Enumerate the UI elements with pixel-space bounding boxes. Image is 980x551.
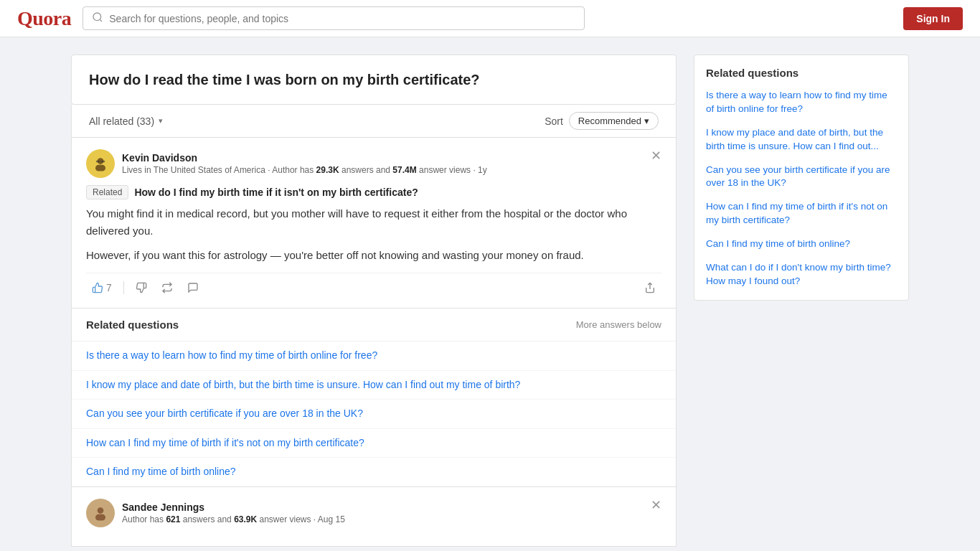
question-card: How do I read the time I was born on my … xyxy=(71,55,677,105)
answer-author-row-2: Sandee Jennings Author has 621 answers a… xyxy=(86,499,661,527)
related-questions-inline: Related questions More answers below Is … xyxy=(71,309,677,487)
share-button-1[interactable] xyxy=(639,279,661,296)
close-answer-1-button[interactable]: ✕ xyxy=(651,149,661,162)
sidebar-link-5[interactable]: Can I find my time of birth online? xyxy=(706,237,897,251)
sidebar: Related questions Is there a way to lear… xyxy=(694,55,909,547)
more-answers-below: More answers below xyxy=(576,319,661,330)
svg-rect-6 xyxy=(102,161,105,163)
related-tag-row: Related How do I find my birth time if i… xyxy=(86,185,661,199)
svg-point-10 xyxy=(98,507,104,514)
page-wrapper: How do I read the time I was born on my … xyxy=(60,37,920,551)
sidebar-link-2[interactable]: I know my place and date of birth, but t… xyxy=(706,126,897,154)
author-info-2: Sandee Jennings Author has 621 answers a… xyxy=(86,499,345,527)
action-bar-1: 7 xyxy=(86,273,661,296)
related-tag: Related xyxy=(86,185,128,199)
comment-button-1[interactable] xyxy=(182,279,204,296)
chevron-down-icon: ▾ xyxy=(644,116,649,126)
sidebar-title: Related questions xyxy=(706,67,897,79)
question-title: How do I read the time I was born on my … xyxy=(89,70,659,90)
main-content: How do I read the time I was born on my … xyxy=(71,55,677,547)
related-questions-inline-title: Related questions xyxy=(86,319,179,331)
header: Quora Sign In xyxy=(0,0,980,37)
related-inline-link-1[interactable]: Is there a way to learn how to find my t… xyxy=(72,342,676,371)
sign-in-button[interactable]: Sign In xyxy=(903,7,963,30)
sort-label: Sort xyxy=(545,116,563,127)
sidebar-card: Related questions Is there a way to lear… xyxy=(694,55,909,301)
sort-section: Sort Recommended ▾ xyxy=(545,112,659,130)
avatar-kevin xyxy=(86,149,115,178)
search-icon xyxy=(92,11,103,25)
repost-button-1[interactable] xyxy=(156,279,179,296)
search-bar xyxy=(83,6,585,30)
author-name-2[interactable]: Sandee Jennings xyxy=(122,501,345,513)
downvote-button-1[interactable] xyxy=(130,279,153,296)
close-answer-2-button[interactable]: ✕ xyxy=(651,499,661,512)
answer-para-1: You might find it in medical record, but… xyxy=(86,205,661,240)
svg-rect-11 xyxy=(95,514,105,521)
vote-count-1: 7 xyxy=(106,282,112,293)
answer-para-2: However, if you want this for astrology … xyxy=(86,247,661,264)
chevron-down-icon: ▾ xyxy=(159,116,163,126)
answer-author-row-1: Kevin Davidson Lives in The United State… xyxy=(86,149,661,178)
svg-line-1 xyxy=(100,19,102,22)
filter-bar: All related (33) ▾ Sort Recommended ▾ xyxy=(71,105,677,138)
related-inline-link-3[interactable]: Can you see your birth certificate if yo… xyxy=(72,400,676,429)
sidebar-link-6[interactable]: What can I do if I don't know my birth t… xyxy=(706,261,897,288)
answer-card-2: Sandee Jennings Author has 621 answers a… xyxy=(71,487,677,547)
author-details-2: Sandee Jennings Author has 621 answers a… xyxy=(122,501,345,524)
author-meta-2: Author has 621 answers and 63.9K answer … xyxy=(122,514,345,524)
related-inline-link-2[interactable]: I know my place and date of birth, but t… xyxy=(72,371,676,400)
divider-1 xyxy=(123,281,124,294)
avatar-sandee xyxy=(86,499,115,527)
author-details-1: Kevin Davidson Lives in The United State… xyxy=(122,152,487,175)
all-related-filter[interactable]: All related (33) ▾ xyxy=(89,116,163,127)
related-questions-inline-header: Related questions More answers below xyxy=(72,309,676,342)
sidebar-link-4[interactable]: How can I find my time of birth if it's … xyxy=(706,200,897,227)
related-inline-link-4[interactable]: How can I find my time of birth if it's … xyxy=(72,429,676,458)
svg-rect-5 xyxy=(96,161,99,163)
action-left-1: 7 xyxy=(86,279,204,296)
search-input[interactable] xyxy=(109,13,575,24)
related-inline-link-5[interactable]: Can I find my time of birth online? xyxy=(72,458,676,486)
author-name-1[interactable]: Kevin Davidson xyxy=(122,152,487,164)
quora-logo[interactable]: Quora xyxy=(17,7,71,30)
answer-body-1: You might find it in medical record, but… xyxy=(86,205,661,264)
all-related-label: All related (33) xyxy=(89,116,154,127)
sidebar-link-3[interactable]: Can you see your birth certificate if yo… xyxy=(706,164,897,191)
svg-point-0 xyxy=(93,13,101,21)
svg-rect-4 xyxy=(95,165,105,171)
upvote-button-1[interactable]: 7 xyxy=(86,279,118,296)
sidebar-link-1[interactable]: Is there a way to learn how to find my t… xyxy=(706,89,897,116)
answer-card-1: Kevin Davidson Lives in The United State… xyxy=(71,138,677,309)
related-question-link[interactable]: How do I find my birth time if it isn't … xyxy=(134,187,418,198)
recommended-label: Recommended xyxy=(578,116,641,126)
recommended-sort-button[interactable]: Recommended ▾ xyxy=(569,112,659,130)
author-meta-1: Lives in The United States of America · … xyxy=(122,165,487,175)
author-info-1: Kevin Davidson Lives in The United State… xyxy=(86,149,487,178)
